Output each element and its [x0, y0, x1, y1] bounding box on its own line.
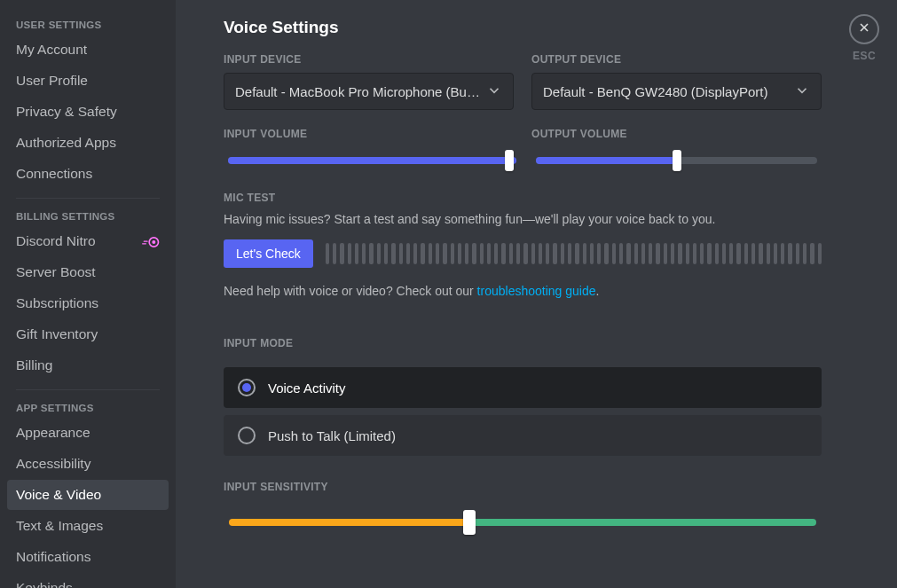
input-sensitivity-slider[interactable] [224, 509, 822, 536]
mic-test-meter [326, 243, 822, 264]
sidebar-item-user-profile[interactable]: User Profile [7, 66, 169, 96]
sidebar-item-privacy-safety[interactable]: Privacy & Safety [7, 97, 169, 127]
sidebar-item-accessibility[interactable]: Accessibility [7, 449, 169, 479]
sidebar-item-discord-nitro[interactable]: Discord Nitro [7, 226, 169, 256]
sidebar-item-keybinds[interactable]: Keybinds [7, 573, 169, 588]
output-volume-label: OUTPUT VOLUME [531, 128, 822, 140]
sidebar-item-voice-video[interactable]: Voice & Video [7, 480, 169, 510]
close-column: ESC [849, 14, 879, 62]
sidebar-section-header: BILLING SETTINGS [7, 208, 169, 225]
sidebar-item-label: Gift Inventory [16, 325, 98, 343]
radio-icon [238, 379, 256, 396]
page-title: Voice Settings [224, 18, 822, 37]
mic-test-label: MIC TEST [224, 192, 822, 204]
sidebar-item-billing[interactable]: Billing [7, 350, 169, 380]
sidebar-item-label: Notifications [16, 548, 90, 566]
sidebar-item-authorized-apps[interactable]: Authorized Apps [7, 128, 169, 158]
volume-row: INPUT VOLUME OUTPUT VOLUME [224, 128, 822, 174]
input-mode-option-label: Push to Talk (Limited) [268, 428, 396, 443]
sidebar-item-label: Keybinds [16, 579, 73, 588]
input-device-label: INPUT DEVICE [224, 53, 514, 66]
svg-rect-2 [144, 241, 148, 242]
input-mode-option-voice-activity[interactable]: Voice Activity [224, 367, 822, 408]
sidebar-item-label: Discord Nitro [16, 232, 96, 250]
chevron-down-icon [486, 82, 502, 101]
sidebar-item-appearance[interactable]: Appearance [7, 418, 169, 448]
sidebar-item-label: Authorized Apps [16, 134, 116, 152]
sidebar-item-label: Subscriptions [16, 294, 98, 312]
sidebar-separator [16, 198, 160, 199]
sidebar-item-label: Text & Images [16, 517, 103, 535]
input-mode-option-push-to-talk-limited[interactable]: Push to Talk (Limited) [224, 415, 822, 456]
troubleshooting-link[interactable]: troubleshooting guide [477, 284, 596, 298]
input-volume-label: INPUT VOLUME [224, 128, 514, 140]
sidebar-item-label: Server Boost [16, 263, 96, 281]
input-device-value: Default - MacBook Pro Microphone (Built-… [235, 84, 481, 99]
sidebar-item-my-account[interactable]: My Account [7, 35, 169, 65]
sidebar-item-label: My Account [16, 41, 87, 59]
sidebar-item-notifications[interactable]: Notifications [7, 542, 169, 572]
sidebar-item-label: User Profile [16, 72, 88, 90]
svg-rect-3 [142, 243, 146, 244]
settings-content-wrap: Voice Settings INPUT DEVICE Default - Ma… [176, 0, 897, 588]
sidebar-item-label: Appearance [16, 424, 90, 442]
output-device-value: Default - BenQ GW2480 (DisplayPort) [543, 84, 789, 99]
close-icon [857, 20, 871, 38]
close-button[interactable] [849, 14, 879, 44]
help-prefix: Need help with voice or video? Check out… [224, 284, 477, 298]
output-device-label: OUTPUT DEVICE [531, 53, 822, 66]
input-mode-group: Voice ActivityPush to Talk (Limited) [224, 367, 822, 456]
sidebar-item-connections[interactable]: Connections [7, 159, 169, 189]
sidebar-item-label: Billing [16, 357, 52, 374]
sidebar-separator [16, 389, 160, 390]
input-device-select[interactable]: Default - MacBook Pro Microphone (Built-… [224, 73, 514, 110]
help-suffix: . [596, 284, 600, 298]
settings-sidebar: USER SETTINGSMy AccountUser ProfilePriva… [0, 0, 176, 588]
mic-test-button[interactable]: Let's Check [224, 239, 313, 268]
mic-test-row: Let's Check [224, 239, 822, 268]
sidebar-item-label: Connections [16, 165, 92, 183]
sidebar-item-gift-inventory[interactable]: Gift Inventory [7, 319, 169, 349]
device-row: INPUT DEVICE Default - MacBook Pro Micro… [224, 53, 822, 110]
output-volume-slider[interactable] [531, 147, 822, 174]
sidebar-section-header: APP SETTINGS [7, 399, 169, 417]
input-mode-option-label: Voice Activity [268, 380, 346, 396]
input-volume-slider[interactable] [224, 147, 514, 174]
troubleshoot-help: Need help with voice or video? Check out… [224, 284, 822, 298]
radio-icon [238, 427, 256, 444]
svg-point-1 [152, 240, 155, 244]
input-mode-label: INPUT MODE [224, 337, 822, 349]
sidebar-item-text-images[interactable]: Text & Images [7, 511, 169, 541]
esc-label: ESC [853, 50, 876, 62]
settings-content: Voice Settings INPUT DEVICE Default - Ma… [176, 0, 857, 588]
output-device-select[interactable]: Default - BenQ GW2480 (DisplayPort) [531, 73, 822, 110]
chevron-down-icon [794, 82, 810, 101]
mic-test-description: Having mic issues? Start a test and say … [224, 211, 822, 227]
sidebar-item-label: Voice & Video [16, 486, 101, 504]
sidebar-section-header: USER SETTINGS [7, 16, 169, 34]
sidebar-item-subscriptions[interactable]: Subscriptions [7, 288, 169, 318]
sidebar-item-label: Accessibility [16, 455, 90, 473]
nitro-icon [142, 235, 160, 247]
sidebar-item-server-boost[interactable]: Server Boost [7, 257, 169, 287]
input-sensitivity-label: INPUT SENSITIVITY [224, 481, 822, 493]
sidebar-item-label: Privacy & Safety [16, 103, 117, 121]
